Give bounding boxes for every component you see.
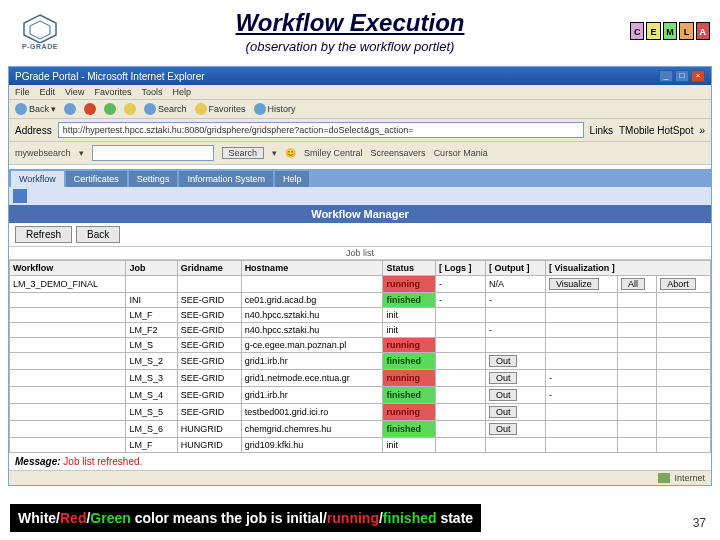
workflow-table: WorkflowJobGridnameHostnameStatus[ Logs … [9, 260, 711, 453]
logo-label: P-GRADE [22, 43, 58, 50]
menu-help[interactable]: Help [172, 87, 191, 97]
close-button[interactable]: × [691, 70, 705, 82]
workflow-manager-title: Workflow Manager [9, 205, 711, 223]
links-item[interactable]: TMobile HotSpot [619, 125, 693, 136]
table-row: LM_FHUNGRIDgrid109.kfki.huinit [10, 438, 711, 453]
status-cell: init [383, 438, 436, 453]
stop-icon [84, 103, 96, 115]
forward-button[interactable] [64, 103, 76, 115]
refresh-button[interactable] [104, 103, 116, 115]
status-cell: init [383, 308, 436, 323]
statusbar: Internet [9, 470, 711, 485]
output-button[interactable]: Out [489, 406, 518, 418]
message-label: Message: [15, 456, 61, 467]
output-button[interactable]: Out [489, 372, 518, 384]
output-button[interactable]: Out [489, 423, 518, 435]
menu-edit[interactable]: Edit [40, 87, 56, 97]
back-button[interactable]: Back ▾ [15, 103, 56, 115]
refresh-icon [104, 103, 116, 115]
status-cell: finished [383, 387, 436, 404]
viz-button[interactable]: Visualize [549, 278, 599, 290]
home-icon [124, 103, 136, 115]
table-row: LM_FSEE-GRIDn40.hpcc.sztaki.huinit [10, 308, 711, 323]
internet-zone-icon [658, 473, 670, 483]
titlebar: PGrade Portal - Microsoft Internet Explo… [9, 67, 711, 85]
col-1: Job [126, 261, 177, 276]
menu-file[interactable]: File [15, 87, 30, 97]
col-4: Status [383, 261, 436, 276]
color-legend: White/Red/Green color means the job is i… [10, 504, 481, 532]
status-text: Internet [674, 473, 705, 483]
col-2: Gridname [177, 261, 241, 276]
tab-workflow[interactable]: Workflow [11, 171, 64, 187]
address-input[interactable] [58, 122, 584, 138]
joblist-label: Job list [9, 246, 711, 260]
back-icon [15, 103, 27, 115]
opt-smiley[interactable]: Smiley Central [304, 148, 363, 158]
menu-view[interactable]: View [65, 87, 84, 97]
puzzle-logo: C E M L A [630, 11, 710, 51]
page-subtitle: (observation by the workflow portlet) [82, 39, 618, 54]
search-icon [144, 103, 156, 115]
status-cell: finished [383, 421, 436, 438]
col-5: [ Logs ] [435, 261, 485, 276]
links-label: Links [590, 125, 613, 136]
toolbar: Back ▾ Search Favorites History [9, 100, 711, 119]
page-number: 37 [693, 516, 706, 530]
table-row: INISEE-GRIDce01.grid.acad.bgfinished-- [10, 293, 711, 308]
stop-button[interactable] [84, 103, 96, 115]
home-button[interactable] [124, 103, 136, 115]
col-7: [ Visualization ] [545, 261, 710, 276]
tab-settings[interactable]: Settings [129, 171, 178, 187]
svg-marker-1 [30, 21, 50, 39]
page-title: Workflow Execution [82, 9, 618, 37]
status-cell: running [383, 370, 436, 387]
maximize-button[interactable]: □ [675, 70, 689, 82]
col-6: [ Output ] [485, 261, 545, 276]
table-row: LM_F2SEE-GRIDn40.hpcc.sztaki.huinit- [10, 323, 711, 338]
websearch-input[interactable] [92, 145, 214, 161]
refresh-wf-button[interactable]: Refresh [15, 226, 72, 243]
message-bar: Message: Job list refreshed. [9, 453, 711, 470]
subnav-icon[interactable] [13, 189, 27, 203]
output-button[interactable]: Out [489, 355, 518, 367]
browser-window: PGrade Portal - Microsoft Internet Explo… [8, 66, 712, 486]
opt-cursor[interactable]: Cursor Mania [434, 148, 488, 158]
viz-button[interactable]: Abort [660, 278, 696, 290]
tab-certificates[interactable]: Certificates [66, 171, 127, 187]
history-icon [254, 103, 266, 115]
search-toolbar: mywebsearch ▾ Search ▾ 😊Smiley Central S… [9, 142, 711, 165]
portal-tabs: Workflow Certificates Settings Informati… [9, 169, 711, 187]
addressbar: Address Links TMobile HotSpot » [9, 119, 711, 142]
favorites-button[interactable]: Favorites [195, 103, 246, 115]
window-title: PGrade Portal - Microsoft Internet Explo… [15, 71, 205, 82]
status-cell: running [383, 338, 436, 353]
history-button[interactable]: History [254, 103, 296, 115]
tab-help[interactable]: Help [275, 171, 310, 187]
menu-tools[interactable]: Tools [141, 87, 162, 97]
table-row: LM_S_5SEE-GRIDtestbed001.grid.ici.rorunn… [10, 404, 711, 421]
star-icon [195, 103, 207, 115]
status-cell: finished [383, 353, 436, 370]
status-cell: finished [383, 293, 436, 308]
col-0: Workflow [10, 261, 126, 276]
menu-favorites[interactable]: Favorites [94, 87, 131, 97]
table-row: LM_S_6HUNGRIDchemgrid.chemres.hufinished… [10, 421, 711, 438]
menubar: File Edit View Favorites Tools Help [9, 85, 711, 100]
table-row: LM_3_DEMO_FINALrunning-N/AVisualizeAllAb… [10, 276, 711, 293]
back-wf-button[interactable]: Back [76, 226, 120, 243]
table-row: LM_SSEE-GRIDg-ce.egee.man.poznan.plrunni… [10, 338, 711, 353]
pgrade-logo: P-GRADE [10, 6, 70, 56]
table-row: LM_S_2SEE-GRIDgrid1.irb.hrfinishedOut [10, 353, 711, 370]
output-button[interactable]: Out [489, 389, 518, 401]
websearch-button[interactable]: Search [222, 147, 265, 159]
table-row: LM_S_3SEE-GRIDgrid1.netmode.ece.ntua.grr… [10, 370, 711, 387]
viz-button[interactable]: All [621, 278, 645, 290]
searchbar-label: mywebsearch [15, 148, 71, 158]
search-button[interactable]: Search [144, 103, 187, 115]
minimize-button[interactable]: _ [659, 70, 673, 82]
tab-infosys[interactable]: Information System [179, 171, 273, 187]
status-cell: running [383, 276, 436, 293]
opt-screensavers[interactable]: Screensavers [371, 148, 426, 158]
address-label: Address [15, 125, 52, 136]
